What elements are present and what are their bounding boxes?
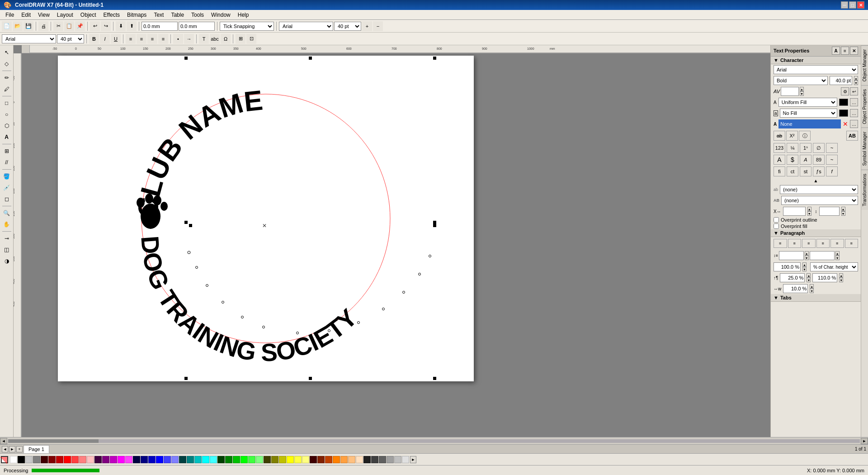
save-button[interactable]: 💾 [24, 21, 33, 31]
font-size-input[interactable] [830, 76, 852, 85]
x-offset-up[interactable]: ▲ [807, 207, 811, 211]
palette-color-cell[interactable] [264, 456, 271, 463]
palette-color-cell[interactable] [187, 456, 194, 463]
underline-button[interactable]: U [111, 34, 121, 44]
menu-table[interactable]: Table [167, 11, 188, 19]
palette-color-cell[interactable] [210, 456, 217, 463]
outline-type-dropdown[interactable]: No Fill [780, 109, 837, 118]
page-add-btn[interactable]: + [16, 446, 23, 452]
y-offset-up[interactable]: ▲ [841, 207, 845, 211]
table-tool[interactable]: ⊞ [1, 146, 12, 157]
undo-button[interactable]: ↩ [90, 21, 100, 31]
palette-color-cell[interactable] [340, 456, 348, 463]
background-clear-btn[interactable]: ✕ [843, 120, 848, 128]
slash-zero-btn[interactable]: ∅ [813, 143, 825, 153]
y-offset-input[interactable] [819, 207, 840, 216]
palette-color-cell[interactable] [394, 456, 401, 463]
ellipse-tool[interactable]: ○ [1, 109, 12, 120]
fill-type-dropdown[interactable]: Uniform Fill [778, 98, 837, 107]
number-sub-btn[interactable]: 89 [813, 155, 825, 165]
fi-ligature-btn[interactable]: fi [774, 166, 785, 176]
x-position-input[interactable] [142, 22, 178, 31]
export-button[interactable]: ⬆ [127, 21, 137, 31]
palette-color-cell[interactable] [348, 456, 355, 463]
transformations-tab[interactable]: Transformations [861, 170, 868, 210]
palette-color-cell[interactable] [325, 456, 332, 463]
f-stylistic-btn[interactable]: f [826, 166, 838, 176]
font-size-input2[interactable]: 40 pt [57, 34, 84, 43]
freehand-tool[interactable]: ✏ [1, 72, 12, 83]
char-button[interactable]: Ω [221, 34, 231, 44]
y-position-input[interactable] [179, 22, 215, 31]
palette-color-cell[interactable] [41, 456, 48, 463]
select-tool[interactable]: ↖ [1, 47, 12, 58]
kerning-down[interactable]: ▼ [800, 91, 804, 96]
scroll-left-btn[interactable]: ◄ [0, 438, 7, 444]
palette-color-cell[interactable] [118, 456, 125, 463]
palette-color-cell[interactable] [10, 456, 17, 463]
paragraph-section-header[interactable]: ▼ Paragraph [771, 229, 861, 237]
palette-color-cell[interactable] [164, 456, 171, 463]
palette-color-cell[interactable] [110, 456, 117, 463]
character-section-header[interactable]: ▼ Character [771, 57, 861, 64]
rectangle-tool[interactable]: □ [1, 98, 12, 109]
align-left-button[interactable]: ≡ [126, 34, 136, 44]
ct-ligature-btn[interactable]: ct [787, 166, 798, 176]
palette-color-cell[interactable] [56, 456, 63, 463]
palette-color-cell[interactable] [33, 456, 40, 463]
zoom-fit-button[interactable]: ⊞ [236, 34, 245, 44]
align-justify-para-btn[interactable]: ≡ [816, 239, 830, 248]
kerning-up[interactable]: ▲ [800, 87, 804, 91]
line-spacing-value[interactable] [774, 262, 801, 271]
palette-color-cell[interactable] [48, 456, 56, 463]
character-font-dropdown[interactable]: Arial [774, 65, 858, 74]
background-dropdown[interactable]: None [778, 119, 841, 128]
pan-tool[interactable]: ✋ [1, 219, 12, 230]
minimize-button[interactable]: ─ [841, 1, 848, 9]
positional-dropdown[interactable]: (none) [780, 185, 858, 194]
expand-btn[interactable]: ▲ [814, 178, 818, 183]
text-apply-btn[interactable]: ↩ [850, 87, 858, 95]
copy-button[interactable]: 📋 [64, 21, 74, 31]
align-center-button[interactable]: ≡ [137, 34, 146, 44]
cut-button[interactable]: ✂ [53, 21, 63, 31]
x-offset-down[interactable]: ▼ [807, 211, 811, 216]
menu-edit[interactable]: Edit [18, 11, 34, 19]
palette-color-cell[interactable] [125, 456, 132, 463]
palette-color-cell[interactable] [333, 456, 340, 463]
palette-color-cell[interactable] [133, 456, 140, 463]
zoom-out-button[interactable]: − [373, 21, 383, 31]
italic-typo-btn[interactable]: A [800, 155, 811, 165]
panel-settings-btn[interactable]: A [832, 47, 840, 55]
palette-color-cell[interactable] [194, 456, 202, 463]
palette-color-cell[interactable] [387, 456, 394, 463]
fraction-btn[interactable]: ¼ [787, 143, 798, 153]
bold-button[interactable]: B [89, 34, 99, 44]
palette-color-cell[interactable] [217, 456, 225, 463]
outline-options-btn[interactable]: … [850, 109, 858, 117]
palette-color-cell[interactable] [87, 456, 94, 463]
smallcap-btn[interactable]: $ [787, 155, 798, 165]
palette-color-cell[interactable] [64, 456, 71, 463]
align-right-button[interactable]: ≡ [147, 34, 157, 44]
font-size-down[interactable]: ▼ [854, 81, 858, 85]
kerning-input[interactable] [781, 87, 799, 96]
symbol-manager-tab[interactable]: Symbol Manager [861, 128, 868, 170]
ordinal-btn[interactable]: 1ˢ [800, 143, 811, 153]
info-btn[interactable]: ⓘ [799, 131, 811, 141]
close-button[interactable]: ✕ [857, 1, 864, 9]
palette-color-cell[interactable] [379, 456, 386, 463]
eyedropper-tool[interactable]: 💉 [1, 182, 12, 193]
align-force-btn[interactable]: ≡ [830, 239, 844, 248]
palette-color-cell[interactable] [256, 456, 263, 463]
palette-color-cell[interactable] [179, 456, 186, 463]
word-spacing-input[interactable] [783, 284, 808, 293]
palette-color-cell[interactable] [71, 456, 79, 463]
page-tab-1[interactable]: Page 1 [24, 445, 49, 453]
open-button[interactable]: 📂 [13, 21, 23, 31]
palette-color-cell[interactable] [317, 456, 325, 463]
palette-color-cell[interactable] [371, 456, 378, 463]
numeric-btn[interactable]: 123 [774, 143, 785, 153]
menu-help[interactable]: Help [234, 11, 253, 19]
font-size-up[interactable]: ▲ [854, 76, 858, 81]
